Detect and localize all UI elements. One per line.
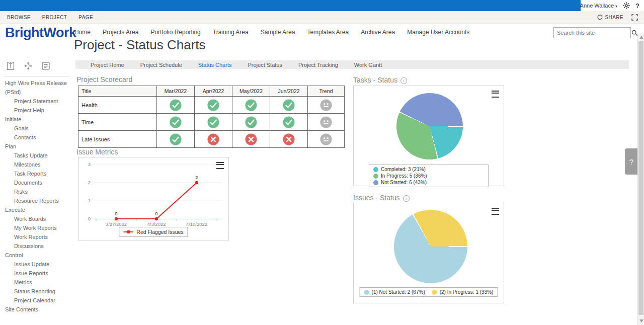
tasks-status-legend: Completed: 3 (21%)In Progress: 5 (36%)No… — [369, 165, 489, 187]
share-icon — [596, 14, 603, 21]
gear-icon[interactable] — [623, 2, 630, 9]
neutral-face-icon — [320, 116, 332, 128]
check-icon — [170, 99, 182, 111]
scorecard-status-cell — [195, 97, 232, 114]
share-label: SHARE — [605, 15, 623, 20]
legend-label: (1) Not Started: 2 (67%) — [372, 289, 425, 295]
legend-item-2-in-progress: (2) In Progress: 1 (33%) — [432, 289, 494, 295]
info-icon[interactable]: i — [400, 77, 407, 84]
sidebar-item-goals[interactable]: Goals — [0, 124, 74, 133]
sidebar-item-issue-reports[interactable]: Issue Reports — [0, 269, 74, 278]
account-menu[interactable]: Anne Wallace▾ — [580, 3, 617, 9]
tab-work-gantt[interactable]: Work Gantt — [354, 62, 382, 68]
legend-item-in-progress: In Progress: 5 (36%) — [373, 173, 427, 179]
ribbon-tab-browse[interactable]: BROWSE — [7, 15, 31, 20]
nav-sample-area[interactable]: Sample Area — [261, 29, 295, 36]
sidebar-item-control[interactable]: Control — [0, 251, 74, 260]
scorecard-col-may-2022: May/2022 — [232, 86, 270, 97]
scroll-down-arrow[interactable] — [639, 319, 643, 322]
sidebar-item-initiate[interactable]: Initiate — [0, 115, 74, 124]
sidebar-item-work-boards[interactable]: Work Boards — [0, 214, 74, 223]
nav-training-area[interactable]: Training Area — [213, 29, 249, 36]
tab-project-schedule[interactable]: Project Schedule — [140, 62, 182, 68]
sidebar-item-execute[interactable]: Execute — [0, 205, 74, 214]
nav-projects-area[interactable]: Projects Area — [103, 29, 138, 36]
scorecard-col-trend: Trend — [308, 86, 345, 97]
tab-project-home[interactable]: Project Home — [91, 62, 124, 68]
tab-status-charts[interactable]: Status Charts — [198, 62, 232, 68]
legend-label: (2) In Progress: 1 (33%) — [440, 289, 494, 295]
issue-metrics-heading: Issue Metrics — [76, 148, 118, 156]
suite-bar — [0, 0, 644, 11]
sidebar-item-risks[interactable]: Risks — [0, 187, 74, 196]
sidebar-item-tasks-update[interactable]: Tasks Update — [0, 151, 74, 160]
scorecard-col-jun-2022: Jun/2022 — [270, 86, 308, 97]
sidebar-item-task-reports[interactable]: Task Reports — [0, 169, 74, 178]
screen: Anne Wallace▾ ? BROWSEPROJECTPAGE SHARE … — [0, 0, 644, 325]
legend-dot — [373, 180, 378, 185]
x-icon — [207, 133, 219, 145]
share-button[interactable]: SHARE — [596, 14, 623, 21]
ribbon: BROWSEPROJECTPAGE SHARE — [0, 11, 644, 24]
sidebar-item-project-help[interactable]: Project Help — [0, 106, 74, 115]
scorecard-status-cell — [232, 97, 270, 114]
nav-manage-user-accounts[interactable]: Manage User Accounts — [407, 29, 469, 36]
focus-on-content-icon[interactable] — [631, 14, 638, 21]
sidebar-item-contacts[interactable]: Contacts — [0, 133, 74, 142]
sidebar-item-site-contents[interactable]: Site Contents — [0, 305, 74, 314]
sidebar-item-metrics[interactable]: Metrics — [0, 278, 74, 287]
ribbon-tab-page[interactable]: PAGE — [78, 15, 93, 20]
help-icon[interactable]: ? — [635, 2, 639, 10]
scorecard-row-title: Late Issues — [78, 131, 157, 148]
scorecard-col-mar-2022: Mar/2022 — [157, 86, 195, 97]
publish-icon[interactable] — [4, 59, 17, 72]
sidebar-item-work-reports[interactable]: Work Reports — [0, 232, 74, 241]
notes-list-icon[interactable] — [39, 59, 52, 72]
legend-label: Not Started: 6 (43%) — [381, 180, 427, 185]
nav-templates-area[interactable]: Templates Area — [307, 29, 349, 36]
scroll-up-arrow[interactable] — [639, 36, 643, 39]
issues-status-title: Issues - Status — [353, 194, 400, 202]
sidebar-item-high-wire-press-release-pstd[interactable]: High Wire Press Release (PStd) — [0, 78, 74, 97]
ribbon-tabs: BROWSEPROJECTPAGE — [7, 11, 93, 23]
chart-menu-icon[interactable] — [492, 91, 499, 98]
nav-archive-area[interactable]: Archive Area — [361, 29, 395, 36]
tab-project-status[interactable]: Project Status — [248, 62, 282, 68]
sidebar-item-resource-reports[interactable]: Resource Reports — [0, 196, 74, 205]
svg-text:0: 0 — [155, 211, 157, 216]
sidebar-item-plan[interactable]: Plan — [0, 142, 74, 151]
sidebar-item-discussions[interactable]: Discussions — [0, 241, 74, 251]
sidebar-item-milestones[interactable]: Milestones — [0, 160, 74, 169]
vertical-scrollbar[interactable] — [637, 33, 644, 325]
sidebar-item-status-reporting[interactable]: Status Reporting — [0, 287, 74, 296]
issue-metrics-line-chart: 01233/27/20224/3/20224/10/2022002 — [78, 160, 228, 228]
legend-label: Completed: 3 (21%) — [381, 167, 426, 172]
legend-item-completed: Completed: 3 (21%) — [373, 167, 426, 172]
chart-menu-icon[interactable] — [492, 208, 499, 215]
check-icon — [207, 116, 219, 128]
sidebar-item-issues-update[interactable]: Issues Update — [0, 260, 74, 269]
legend-dot — [373, 174, 378, 179]
info-icon[interactable]: i — [403, 195, 410, 202]
scorecard-row-title: Health — [78, 97, 157, 114]
ribbon-tab-project[interactable]: PROJECT — [42, 15, 67, 20]
sidebar-item-project-calendar[interactable]: Project Calendar — [0, 296, 74, 305]
search-input[interactable] — [554, 30, 631, 36]
move-icon[interactable] — [22, 59, 35, 72]
tab-project-tracking[interactable]: Project Tracking — [298, 62, 338, 68]
table-row: Health — [78, 97, 345, 114]
nav-portfolio-reporting[interactable]: Portfolio Reporting — [150, 29, 200, 36]
check-icon — [170, 133, 182, 145]
scrollbar-thumb[interactable] — [638, 41, 643, 315]
sidebar-item-documents[interactable]: Documents — [0, 178, 74, 187]
svg-text:3/27/2022: 3/27/2022 — [106, 221, 127, 227]
brightwork-logo[interactable]: BrightWork — [5, 25, 76, 41]
sidebar-item-my-work-reports[interactable]: My Work Reports — [0, 223, 74, 232]
svg-text:2: 2 — [195, 175, 198, 180]
sidebar-item-project-statement[interactable]: Project Statement — [0, 97, 74, 106]
help-flyout-tab[interactable]: ? — [625, 148, 638, 175]
legend-item-1-not-started: (1) Not Started: 2 (67%) — [364, 289, 425, 295]
nav-home[interactable]: Home — [74, 29, 91, 36]
issues-status-legend: (1) Not Started: 2 (67%)(2) In Progress:… — [360, 287, 498, 297]
chart-menu-icon[interactable] — [216, 162, 224, 169]
